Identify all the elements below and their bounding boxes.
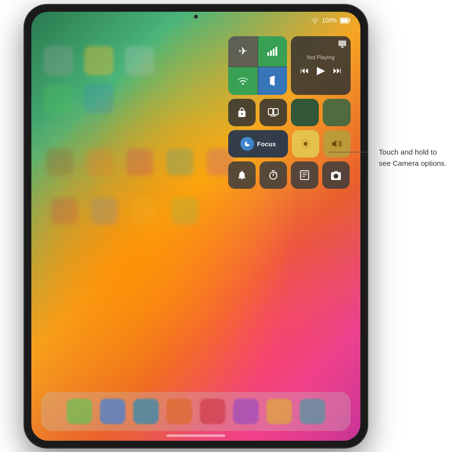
screen-mirror-tile[interactable]	[260, 99, 287, 126]
ipad-screen: 100%	[31, 12, 360, 441]
bluetooth-icon	[269, 75, 276, 86]
timer-tile[interactable]	[260, 161, 287, 189]
svg-point-11	[304, 142, 308, 146]
media-title: Not Playing	[307, 54, 334, 60]
cc-row2	[228, 99, 351, 126]
svg-line-15	[308, 146, 309, 147]
ipad-frame: 100%	[24, 5, 367, 448]
battery-icon	[340, 18, 351, 23]
orientation-lock-tile[interactable]	[228, 99, 256, 126]
svg-rect-3	[267, 52, 269, 56]
svg-line-19	[308, 141, 309, 141]
bg-app-icon	[44, 46, 73, 75]
dock-app-icon[interactable]	[266, 399, 292, 424]
svg-rect-4	[270, 50, 272, 56]
svg-rect-6	[276, 47, 278, 56]
svg-rect-8	[268, 109, 273, 115]
svg-line-18	[303, 146, 303, 147]
dock-app-icon[interactable]	[300, 399, 325, 424]
bluetooth-tile[interactable]	[258, 67, 287, 95]
timer-icon	[268, 170, 279, 181]
notes-tile[interactable]	[291, 161, 318, 189]
focus-label: Focus	[257, 140, 276, 148]
notes-icon	[299, 170, 310, 181]
alarm-bell-icon	[237, 170, 247, 181]
home-indicator	[167, 434, 225, 437]
dock-app-icon[interactable]	[67, 399, 92, 424]
dock	[41, 392, 351, 431]
dock-app-icon[interactable]	[200, 399, 225, 424]
cc-row3: Focus	[228, 130, 351, 158]
alarm-tile[interactable]	[228, 161, 256, 189]
status-bar-right: 100%	[311, 17, 351, 24]
cc-top-row: ✈	[228, 36, 351, 95]
brightness-icon	[301, 139, 310, 149]
cellular-tile[interactable]	[258, 36, 287, 67]
svg-marker-20	[332, 140, 336, 148]
focus-tile[interactable]: Focus	[228, 130, 288, 158]
svg-rect-1	[341, 19, 348, 23]
wifi-status-icon	[311, 18, 319, 23]
orientation-lock-icon	[237, 107, 247, 118]
media-player-tile: Not Playing ⏮ ▶ ⏭	[291, 36, 351, 95]
battery-percent: 100%	[322, 17, 337, 24]
bg-app-icon	[166, 46, 195, 75]
annotation-text: Touch and hold tosee Camera options.	[379, 147, 447, 169]
media-controls: ⏮ ▶ ⏭	[300, 64, 342, 77]
svg-line-14	[303, 141, 303, 141]
media-next-button[interactable]: ⏭	[333, 66, 342, 76]
cellular-icon	[267, 46, 278, 56]
airplane-icon: ✈	[238, 45, 247, 58]
camera-icon	[330, 170, 342, 180]
bg-app-icon	[84, 46, 114, 75]
brightness-tile[interactable]	[292, 130, 319, 158]
wifi-tile[interactable]	[228, 67, 258, 95]
control-center: ✈	[228, 36, 351, 189]
volume-tile[interactable]	[323, 130, 351, 158]
screen-mirror-icon	[268, 108, 279, 117]
cc-tile-4[interactable]	[323, 99, 351, 126]
volume-icon	[332, 139, 342, 148]
background-apps-row2	[46, 149, 236, 176]
airplay-icon[interactable]	[338, 40, 347, 49]
bg-app-icon	[125, 46, 154, 75]
dock-app-icon[interactable]	[133, 399, 159, 424]
background-apps-row3	[51, 198, 241, 225]
focus-moon-icon	[240, 137, 254, 151]
annotation-line-svg	[329, 152, 368, 153]
wifi-tile-icon	[238, 76, 248, 85]
svg-rect-2	[350, 20, 351, 22]
svg-point-25	[335, 175, 337, 178]
svg-rect-21	[301, 171, 309, 180]
cc-tile-3[interactable]	[291, 99, 319, 126]
bg-app-icon	[44, 84, 73, 113]
dock-app-icon[interactable]	[233, 399, 259, 424]
network-group: ✈	[228, 36, 287, 95]
camera-tile[interactable]	[322, 161, 350, 189]
background-apps	[39, 41, 202, 118]
media-play-button[interactable]: ▶	[317, 64, 325, 77]
svg-rect-5	[273, 48, 275, 56]
dock-app-icon[interactable]	[167, 399, 192, 424]
bg-app-icon	[84, 84, 114, 113]
cc-row4	[228, 161, 351, 189]
annotation-container: Touch and hold tosee Camera options.	[379, 147, 447, 169]
airplane-mode-tile[interactable]: ✈	[228, 36, 258, 67]
media-prev-button[interactable]: ⏮	[300, 66, 309, 76]
dock-app-icon[interactable]	[100, 399, 125, 424]
svg-rect-9	[274, 109, 278, 115]
status-bar: 100%	[31, 12, 360, 29]
